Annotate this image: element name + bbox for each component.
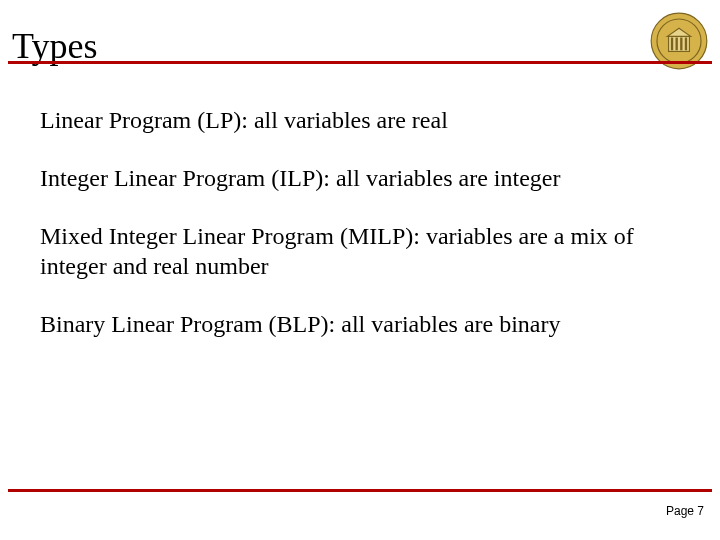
- svg-rect-4: [676, 38, 678, 51]
- body-text: Linear Program (LP): all variables are r…: [40, 105, 680, 367]
- svg-rect-6: [685, 38, 687, 51]
- footer-rule: [8, 489, 712, 492]
- svg-rect-5: [680, 38, 682, 51]
- bullet-ilp: Integer Linear Program (ILP): all variab…: [40, 163, 680, 193]
- svg-rect-3: [671, 38, 673, 51]
- bullet-milp: Mixed Integer Linear Program (MILP): var…: [40, 221, 680, 281]
- page-number: Page 7: [666, 504, 704, 518]
- bullet-lp: Linear Program (LP): all variables are r…: [40, 105, 680, 135]
- title-row: Types: [8, 12, 712, 66]
- title-underline-rule: [8, 61, 712, 64]
- bullet-blp: Binary Linear Program (BLP): all variabl…: [40, 309, 680, 339]
- slide: Types Linear Program (LP): all variables…: [0, 0, 720, 540]
